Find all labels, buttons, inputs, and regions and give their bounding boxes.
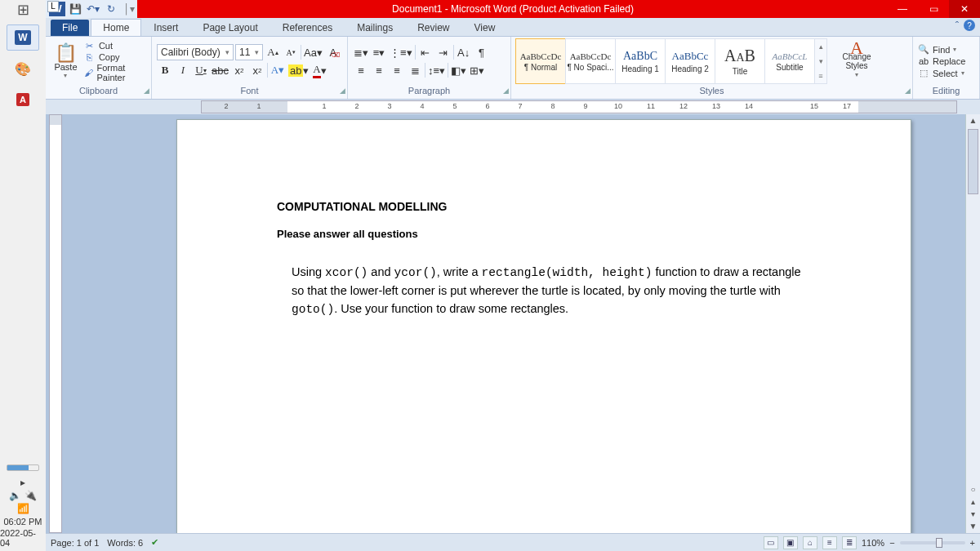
underline-button[interactable]: U▾ <box>193 62 209 78</box>
document-page[interactable]: COMPUTATIONAL MODELLING Please answer al… <box>176 119 911 533</box>
style-title[interactable]: AaBTitle <box>715 38 765 84</box>
next-page-icon[interactable]: ▾ <box>971 509 975 518</box>
styles-launcher-icon[interactable]: ◢ <box>905 87 911 95</box>
find-button[interactable]: 🔍Find▾ <box>918 44 965 55</box>
paragraph-launcher-icon[interactable]: ◢ <box>503 87 509 95</box>
shading-button[interactable]: ◧▾ <box>450 62 467 78</box>
clipboard-launcher-icon[interactable]: ◢ <box>144 87 149 95</box>
word-window: W 💾 ↶▾ ↻ │▾ Document1 - Microsoft Word (… <box>46 0 980 551</box>
horizontal-ruler[interactable]: 2 1 1 2 3 4 5 6 7 8 9 10 11 12 13 14 15 … <box>201 100 957 113</box>
status-proof-icon[interactable]: ✔ <box>151 537 158 548</box>
copy-button[interactable]: ⎘Copy <box>84 52 146 62</box>
font-name-combo[interactable]: Calibri (Body)▾ <box>157 44 234 60</box>
style-gallery-scroll[interactable]: ▴▾≡ <box>814 38 827 84</box>
tab-references[interactable]: References <box>270 19 345 36</box>
format-painter-button[interactable]: 🖌Format Painter <box>84 63 146 82</box>
view-full-screen-button[interactable]: ▣ <box>783 536 798 549</box>
prev-page-icon[interactable]: ▴ <box>971 497 975 506</box>
taskbar-adobe-icon[interactable]: A <box>7 87 39 113</box>
start-button[interactable]: ⊞ <box>0 0 46 20</box>
maximize-button[interactable]: ▭ <box>918 0 949 18</box>
line-spacing-button[interactable]: ↕≡▾ <box>427 62 446 78</box>
align-left-button[interactable]: ≡ <box>353 62 369 78</box>
browse-object-icon[interactable]: ○ <box>970 485 975 494</box>
tray-arrow-icon[interactable]: ▸ <box>0 476 46 489</box>
view-outline-button[interactable]: ≡ <box>822 536 837 549</box>
zoom-in-button[interactable]: + <box>970 538 975 548</box>
clear-format-button[interactable]: A⌫ <box>325 44 341 60</box>
bullets-button[interactable]: ≣▾ <box>353 44 369 60</box>
zoom-out-button[interactable]: − <box>889 538 894 548</box>
system-clock[interactable]: 06:02 PM <box>3 515 42 528</box>
tray-sound-icon[interactable]: 🔈 🔌 <box>0 489 46 502</box>
help-icon[interactable]: ? <box>964 20 975 31</box>
select-icon: ⬚ <box>918 68 929 78</box>
paste-button[interactable]: 📋 Paste ▾ <box>51 44 81 79</box>
qat-save-icon[interactable]: 💾 <box>67 2 83 16</box>
qat-customize-icon[interactable]: │▾ <box>121 2 137 16</box>
font-size-combo[interactable]: 11▾ <box>235 44 263 60</box>
superscript-button[interactable]: x2 <box>249 62 265 78</box>
style-no-spacing[interactable]: AaBbCcDc¶ No Spaci... <box>565 38 616 84</box>
scroll-thumb[interactable] <box>968 129 978 194</box>
taskbar-paint-icon[interactable]: 🎨 <box>7 56 39 82</box>
tray-network-icon[interactable]: 📶 <box>0 502 46 515</box>
tab-insert[interactable]: Insert <box>141 19 190 36</box>
justify-button[interactable]: ≣ <box>407 62 423 78</box>
zoom-level[interactable]: 110% <box>862 538 884 548</box>
indent-button[interactable]: ⇥ <box>435 44 452 60</box>
style-normal[interactable]: AaBbCcDc¶ Normal <box>515 38 566 84</box>
zoom-slider[interactable] <box>900 541 965 544</box>
status-page[interactable]: Page: 1 of 1 <box>51 538 99 548</box>
tab-selector[interactable]: L <box>47 1 59 12</box>
scroll-down-icon[interactable]: ▼ <box>966 520 980 533</box>
minimize-button[interactable]: — <box>887 0 918 18</box>
highlight-button[interactable]: ab▾ <box>287 62 310 78</box>
qat-undo-icon[interactable]: ↶▾ <box>85 2 101 16</box>
tab-mailings[interactable]: Mailings <box>345 19 405 36</box>
view-web-button[interactable]: ⌂ <box>803 536 817 549</box>
system-date[interactable]: 2022-05-04 <box>0 528 46 551</box>
vertical-ruler[interactable] <box>49 114 62 533</box>
strike-button[interactable]: abc <box>211 62 229 78</box>
show-marks-button[interactable]: ¶ <box>474 44 490 60</box>
qat-redo-icon[interactable]: ↻ <box>103 2 119 16</box>
tab-page-layout[interactable]: Page Layout <box>190 19 270 36</box>
close-button[interactable]: ✕ <box>949 0 980 18</box>
subscript-button[interactable]: x2 <box>231 62 247 78</box>
cut-button[interactable]: ✂Cut <box>84 41 146 51</box>
style-heading2[interactable]: AaBbCcHeading 2 <box>665 38 715 84</box>
view-print-layout-button[interactable]: ▭ <box>764 536 778 549</box>
align-right-button[interactable]: ≡ <box>389 62 405 78</box>
status-words[interactable]: Words: 6 <box>107 538 143 548</box>
tab-review[interactable]: Review <box>405 19 461 36</box>
change-styles-button[interactable]: A Change Styles ▾ <box>835 43 878 79</box>
outdent-button[interactable]: ⇤ <box>417 44 434 60</box>
scroll-up-icon[interactable]: ▲ <box>966 114 980 127</box>
italic-button[interactable]: I <box>175 62 191 78</box>
title-bar: W 💾 ↶▾ ↻ │▾ Document1 - Microsoft Word (… <box>46 0 980 18</box>
font-launcher-icon[interactable]: ◢ <box>340 87 345 95</box>
align-center-button[interactable]: ≡ <box>371 62 387 78</box>
shrink-font-button[interactable]: A▾ <box>283 44 299 60</box>
ribbon-minimize-icon[interactable]: ˆ <box>956 20 959 32</box>
tab-file[interactable]: File <box>51 20 89 36</box>
bold-button[interactable]: B <box>157 62 173 78</box>
style-heading1[interactable]: AaBbCHeading 1 <box>615 38 666 84</box>
text-effects-button[interactable]: A▾ <box>270 62 286 78</box>
borders-button[interactable]: ⊞▾ <box>469 62 485 78</box>
multilevel-button[interactable]: ⋮≡▾ <box>389 44 413 60</box>
replace-button[interactable]: abReplace <box>918 56 965 66</box>
sort-button[interactable]: A↓ <box>456 44 472 60</box>
font-color-button[interactable]: A▾ <box>311 62 327 78</box>
grow-font-button[interactable]: A▴ <box>265 44 281 60</box>
select-button[interactable]: ⬚Select▾ <box>918 68 965 78</box>
taskbar-word-icon[interactable]: W <box>7 24 39 51</box>
tab-view[interactable]: View <box>462 19 508 36</box>
vertical-scrollbar[interactable]: ▲ ○ ▴ ▾ ▼ <box>965 114 980 533</box>
numbering-button[interactable]: ≡▾ <box>371 44 387 60</box>
tab-home[interactable]: Home <box>91 19 141 36</box>
change-case-button[interactable]: Aa▾ <box>303 44 323 60</box>
style-subtitle[interactable]: AaBbCcLSubtitle <box>764 38 815 84</box>
view-draft-button[interactable]: ≣ <box>842 536 857 549</box>
